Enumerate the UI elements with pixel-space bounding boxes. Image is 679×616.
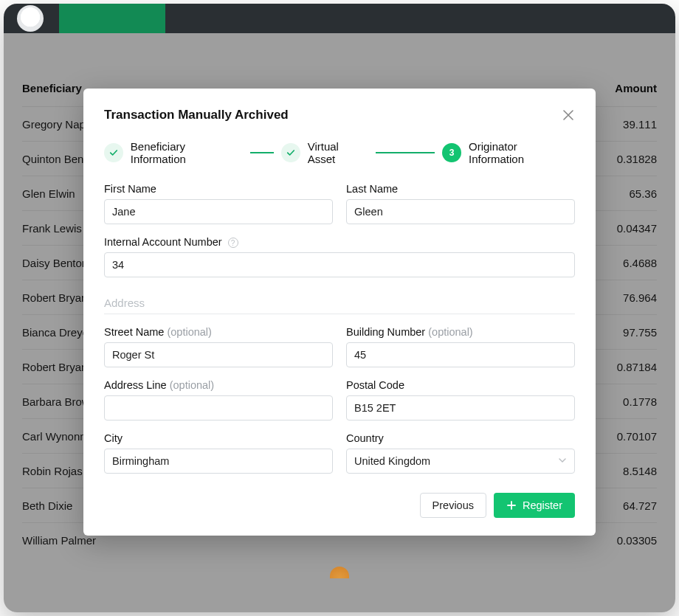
address-line-text: Address Line xyxy=(104,379,167,391)
modal-footer: Previous Register xyxy=(104,493,575,518)
register-label: Register xyxy=(523,499,562,511)
internal-account-label: Internal Account Number ? xyxy=(104,236,575,248)
active-tab[interactable] xyxy=(59,4,165,33)
last-name-input[interactable] xyxy=(346,199,575,224)
country-label: Country xyxy=(346,432,575,444)
help-icon[interactable]: ? xyxy=(228,238,238,248)
step-label: Virtual Asset xyxy=(308,140,368,165)
optional-tag: (optional) xyxy=(167,326,211,338)
optional-tag: (optional) xyxy=(428,326,472,338)
previous-label: Previous xyxy=(432,499,474,511)
country-value: United Kingdom xyxy=(354,455,430,467)
app-window: Beneficiary Amount Gregory Napier39.111Q… xyxy=(4,4,675,612)
country-select[interactable]: United Kingdom xyxy=(346,449,575,474)
postal-input[interactable] xyxy=(346,395,575,421)
street-label: Street Name (optional) xyxy=(104,326,333,338)
city-label: City xyxy=(104,432,333,444)
country-row: Country United Kingdom xyxy=(346,432,575,474)
step-connector xyxy=(376,152,435,153)
first-name-row: First Name xyxy=(104,183,333,224)
address-line-input[interactable] xyxy=(104,395,333,421)
first-name-label: First Name xyxy=(104,183,333,195)
topbar xyxy=(4,4,675,33)
step-beneficiary[interactable]: Beneficiary Information xyxy=(104,140,243,165)
internal-account-row: Internal Account Number ? xyxy=(104,236,575,277)
last-name-label: Last Name xyxy=(346,183,575,195)
optional-tag: (optional) xyxy=(170,379,214,391)
street-input[interactable] xyxy=(104,342,333,367)
building-text: Building Number xyxy=(346,326,425,338)
city-row: City xyxy=(104,432,333,474)
postal-row: Postal Code xyxy=(346,379,575,421)
check-icon xyxy=(281,143,300,162)
app-logo xyxy=(17,5,44,32)
internal-account-text: Internal Account Number xyxy=(104,236,222,248)
step-originator[interactable]: 3 Originator Information xyxy=(442,140,575,165)
address-line-label: Address Line (optional) xyxy=(104,379,333,391)
street-text: Street Name xyxy=(104,326,164,338)
first-name-input[interactable] xyxy=(104,199,333,224)
city-input[interactable] xyxy=(104,449,333,474)
step-connector xyxy=(250,152,274,153)
address-line-row: Address Line (optional) xyxy=(104,379,333,421)
register-button[interactable]: Register xyxy=(494,493,575,518)
table-host: Beneficiary Amount Gregory Napier39.111Q… xyxy=(4,33,675,612)
address-section-title: Address xyxy=(104,292,575,314)
step-label: Originator Information xyxy=(469,140,575,165)
modal-header: Transaction Manually Archived xyxy=(104,108,575,122)
archive-modal: Transaction Manually Archived Beneficiar… xyxy=(83,89,596,536)
step-label: Beneficiary Information xyxy=(131,140,243,165)
previous-button[interactable]: Previous xyxy=(420,493,486,518)
street-row: Street Name (optional) xyxy=(104,326,333,367)
building-input[interactable] xyxy=(346,342,575,367)
modal-title: Transaction Manually Archived xyxy=(104,108,289,122)
chevron-down-icon xyxy=(558,455,567,467)
postal-label: Postal Code xyxy=(346,379,575,391)
step-number: 3 xyxy=(442,143,461,162)
internal-account-input[interactable] xyxy=(104,252,575,277)
plus-icon xyxy=(506,500,517,511)
form: First Name Last Name Internal Account Nu… xyxy=(104,183,575,474)
close-icon[interactable] xyxy=(562,108,575,122)
building-label: Building Number (optional) xyxy=(346,326,575,338)
last-name-row: Last Name xyxy=(346,183,575,224)
check-icon xyxy=(104,143,123,162)
stepper: Beneficiary Information Virtual Asset 3 … xyxy=(104,140,575,165)
step-virtual-asset[interactable]: Virtual Asset xyxy=(281,140,368,165)
building-row: Building Number (optional) xyxy=(346,326,575,367)
